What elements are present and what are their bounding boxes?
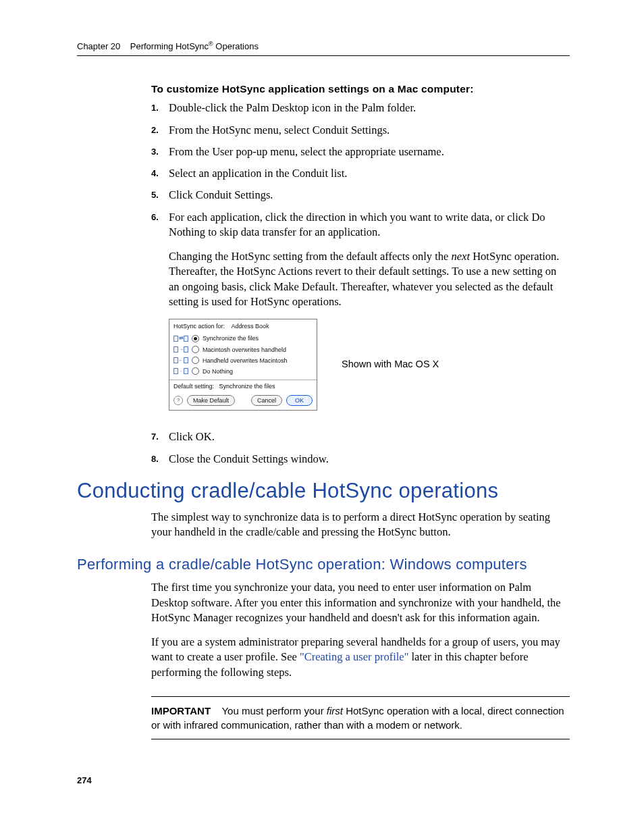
step-6-note: Changing the HotSync setting from the de… (169, 249, 570, 309)
creating-user-profile-link[interactable]: "Creating a user profile" (300, 650, 408, 663)
step-4: Select an application in the Conduit lis… (151, 166, 570, 181)
radio-icon (192, 357, 199, 364)
radio-icon (192, 367, 199, 375)
important-label: IMPORTANT (151, 705, 211, 716)
step-7: Click OK. (151, 429, 570, 444)
section-heading: Conducting cradle/cable HotSync operatio… (77, 479, 570, 503)
dialog-caption: Shown with Mac OS X (342, 358, 439, 371)
hotsync-action-dialog: HotSync action for: Address Book ⇄ Synch… (169, 319, 317, 411)
subsection-p1: The first time you synchronize your data… (151, 580, 570, 625)
default-label: Default setting: (173, 383, 214, 390)
registered-mark: ® (209, 41, 213, 47)
important-note: IMPORTANT You must perform your first Ho… (151, 696, 570, 739)
option-synchronize[interactable]: ⇄ Synchronize the files (173, 333, 313, 344)
no-sync-icon: · (173, 368, 188, 374)
ok-button[interactable]: OK (286, 395, 313, 406)
chapter-title-post: Operations (213, 41, 259, 51)
section-intro: The simplest way to synchronize data is … (151, 510, 570, 540)
option-mac-overwrites[interactable]: → Macintosh overwrites handheld (173, 344, 313, 355)
procedure-steps: Double-click the Palm Desktop icon in th… (151, 101, 570, 466)
make-default-button[interactable]: Make Default (187, 395, 235, 406)
step-2: From the HotSync menu, select Conduit Se… (151, 123, 570, 138)
running-header: Chapter 20 Performing HotSync® Operation… (77, 41, 570, 56)
page-number: 274 (77, 775, 92, 785)
step-6: For each application, click the directio… (151, 210, 570, 411)
right-arrow-icon: → (173, 346, 188, 353)
default-value: Synchronize the files (219, 383, 275, 390)
step-1: Double-click the Palm Desktop icon in th… (151, 101, 570, 115)
chapter-title-pre: Performing HotSync (130, 41, 209, 51)
option-do-nothing[interactable]: · Do Nothing (173, 366, 313, 377)
radio-icon (192, 346, 199, 353)
help-icon[interactable]: ? (173, 396, 183, 405)
cancel-button[interactable]: Cancel (251, 395, 282, 406)
option-handheld-overwrites[interactable]: ← Handheld overwrites Macintosh (173, 355, 313, 366)
subsection-heading: Performing a cradle/cable HotSync operat… (77, 556, 570, 573)
dialog-header-value: Address Book (232, 323, 269, 330)
left-arrow-icon: ← (173, 357, 188, 363)
step-8: Close the Conduit Settings window. (151, 452, 570, 467)
radio-icon (192, 335, 199, 342)
procedure-title: To customize HotSync application setting… (151, 83, 570, 95)
subsection-p2: If you are a system administrator prepar… (151, 635, 570, 680)
step-3: From the User pop-up menu, select the ap… (151, 145, 570, 159)
dialog-header-label: HotSync action for: (173, 323, 225, 330)
step-5: Click Conduit Settings. (151, 188, 570, 203)
sync-icon: ⇄ (173, 336, 188, 342)
chapter-label: Chapter 20 (77, 41, 120, 51)
